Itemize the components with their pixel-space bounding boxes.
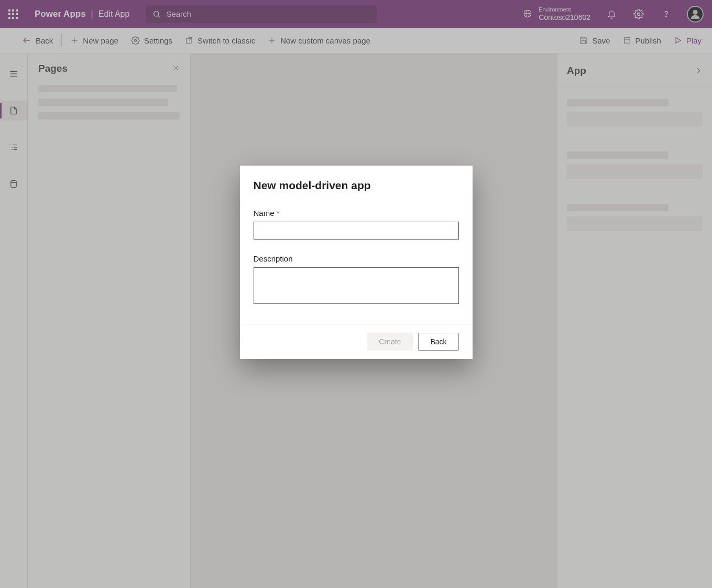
modal-overlay: New model-driven app Name * Description … (0, 0, 712, 588)
required-indicator: * (277, 209, 280, 217)
description-label: Description (254, 254, 293, 263)
modal-title: New model-driven app (254, 179, 459, 192)
modal-back-button[interactable]: Back (418, 333, 458, 351)
description-input[interactable] (254, 267, 459, 304)
create-label: Create (379, 337, 401, 346)
modal-back-label: Back (430, 337, 446, 346)
new-app-modal: New model-driven app Name * Description … (240, 166, 473, 359)
create-button[interactable]: Create (367, 333, 413, 351)
name-input[interactable] (254, 222, 459, 239)
name-label: Name (254, 209, 275, 217)
